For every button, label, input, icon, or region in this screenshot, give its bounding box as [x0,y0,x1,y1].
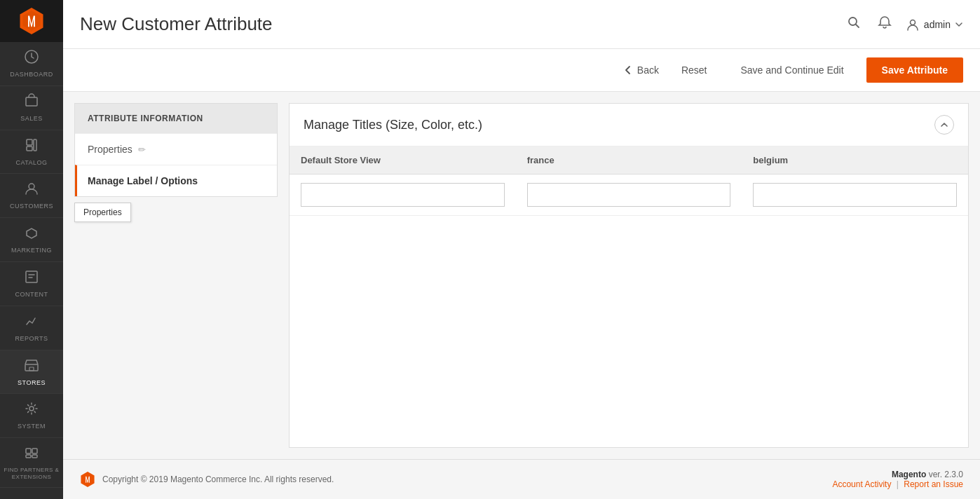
footer-magento-label: Magento [892,470,926,479]
system-icon [24,401,39,421]
report-issue-link[interactable]: Report an Issue [904,479,963,489]
svg-point-5 [29,184,34,189]
manage-label-text: Manage Label / Options [88,175,198,186]
footer-version: ver. 2.3.0 [929,470,963,479]
admin-label: admin [924,19,951,30]
footer-magento-logo [80,472,95,487]
sidebar-item-marketing[interactable]: MARKETING [0,218,63,262]
sidebar: DASHBOARD SALES CATALOG CUSTOMERS MARKET… [0,0,63,499]
content-icon [24,269,39,289]
sales-icon [24,93,39,113]
input-france[interactable] [527,183,731,207]
svg-rect-13 [32,455,37,458]
svg-rect-12 [26,455,31,458]
titles-table-header: Default Store View france belgium [290,146,968,175]
footer-copyright: Copyright © 2019 Magento Commerce Inc. A… [102,474,334,484]
sidebar-item-find-partners[interactable]: FIND PARTNERS & EXTENSIONS [0,438,63,488]
page-footer: Copyright © 2019 Magento Commerce Inc. A… [63,459,980,499]
reset-button[interactable]: Reset [670,59,719,81]
footer-divider: | [897,479,899,489]
titles-table: Default Store View france belgium [290,146,968,216]
marketing-icon [24,225,39,245]
input-default-store-view[interactable] [301,183,505,207]
sidebar-item-dashboard-label: DASHBOARD [10,71,53,78]
col-default-store-view: Default Store View [290,146,516,175]
back-arrow-icon [623,65,633,75]
magento-logo-icon [18,8,45,34]
cell-belgium [742,175,968,216]
svg-rect-11 [32,449,37,453]
dashboard-icon [24,49,39,69]
tooltip-container: Properties [74,203,278,222]
find-partners-icon [24,445,39,465]
sidebar-item-catalog-label: CATALOG [15,159,47,167]
customers-icon [24,181,39,200]
footer-left: Copyright © 2019 Magento Commerce Inc. A… [80,472,334,487]
properties-label: Properties [88,144,132,155]
sidebar-item-sales[interactable]: SALES [0,86,63,130]
search-icon [847,15,861,29]
sidebar-item-sales-label: SALES [20,115,43,123]
admin-avatar-icon [906,18,920,32]
col-france: france [516,146,742,175]
cell-default-store-view [290,175,516,216]
table-header-row: Default Store View france belgium [290,146,968,175]
sidebar-item-catalog[interactable]: CATALOG [0,130,63,175]
chevron-down-icon [955,20,963,29]
sidebar-logo [0,0,63,42]
collapse-button[interactable] [934,115,954,135]
tooltip-popup: Properties [74,203,131,222]
collapse-icon [939,120,949,130]
action-bar: Back Reset Save and Continue Edit Save A… [63,49,980,92]
left-nav: ATTRIBUTE INFORMATION Properties ✏ Manag… [74,103,278,448]
save-continue-button[interactable]: Save and Continue Edit [730,59,855,81]
admin-user-menu[interactable]: admin [906,18,963,32]
sidebar-item-find-partners-label: FIND PARTNERS & EXTENSIONS [4,467,60,480]
svg-point-15 [910,20,915,25]
save-attribute-button[interactable]: Save Attribute [866,57,963,83]
titles-table-body [290,175,968,216]
content-area: ATTRIBUTE INFORMATION Properties ✏ Manag… [63,92,980,459]
attribute-info-header: ATTRIBUTE INFORMATION [75,104,277,133]
sidebar-item-reports-label: REPORTS [15,335,48,343]
panel-section-title: Manage Titles (Size, Color, etc.) [304,118,482,132]
table-row [290,175,968,216]
footer-right: Magento ver. 2.3.0 Account Activity | Re… [832,470,963,489]
bell-icon [878,15,892,29]
svg-rect-6 [26,271,37,282]
svg-rect-2 [27,139,32,145]
svg-rect-4 [34,139,36,151]
panel-section-header: Manage Titles (Size, Color, etc.) [290,104,968,146]
account-activity-link[interactable]: Account Activity [832,479,891,489]
svg-rect-10 [26,449,31,453]
svg-rect-1 [26,97,37,106]
sidebar-item-customers[interactable]: CUSTOMERS [0,174,63,218]
svg-point-9 [29,406,34,411]
attribute-info-section: ATTRIBUTE INFORMATION Properties ✏ Manag… [74,103,278,197]
sidebar-item-stores-label: STORES [18,379,46,387]
col-belgium: belgium [742,146,968,175]
edit-icon: ✏ [138,144,146,155]
left-nav-item-properties[interactable]: Properties ✏ [75,133,277,165]
sidebar-item-marketing-label: MARKETING [11,247,52,254]
main-content: New Customer Attribute admin [63,0,980,499]
cell-france [516,175,742,216]
notifications-button[interactable] [875,13,894,36]
sidebar-item-content[interactable]: CONTENT [0,262,63,306]
header-actions: admin [844,13,963,36]
sidebar-item-customers-label: CUSTOMERS [10,203,53,210]
sidebar-item-system-label: SYSTEM [18,423,46,430]
sidebar-item-dashboard[interactable]: DASHBOARD [0,42,63,86]
reports-icon [24,313,39,333]
sidebar-item-system[interactable]: SYSTEM [0,394,63,438]
sidebar-item-content-label: CONTENT [15,291,48,299]
input-belgium[interactable] [753,183,957,207]
search-button[interactable] [844,13,864,36]
left-nav-item-manage-label[interactable]: Manage Label / Options [75,165,277,196]
right-panel: Manage Titles (Size, Color, etc.) Defaul… [289,103,969,448]
svg-point-14 [849,18,857,25]
sidebar-item-stores[interactable]: STORES [0,350,63,395]
sidebar-item-reports[interactable]: REPORTS [0,306,63,350]
back-button[interactable]: Back [623,64,659,76]
page-header: New Customer Attribute admin [63,0,980,49]
